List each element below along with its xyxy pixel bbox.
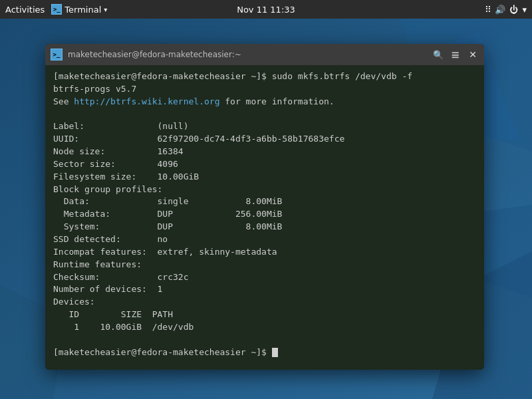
topbar-datetime: Nov 11 11:33 [237,5,295,15]
terminal-checksum: Checksum: crc32c [53,271,476,284]
topbar-left: Activities >_ Terminal ▾ [5,4,107,15]
terminal-tab-chevron: ▾ [104,6,107,13]
terminal-tab-icon: >_ [51,4,62,15]
chevron-icon[interactable]: ▾ [522,5,527,15]
terminal-incompat: Incompat features: extref, skinny-metada… [53,246,476,259]
titlebar-right[interactable]: 🔍 ≡ ✕ [432,49,479,61]
terminal-line-2: btrfs-progs v5.7 [53,83,476,96]
terminal-fs-size: Filesystem size: 10.00GiB [53,171,476,184]
terminal-uuid: UUID: 62f97200-dc74-4df3-a6bb-58b17683ef… [53,133,476,146]
terminal-runtime: Runtime features: [53,259,476,271]
terminal-devices-col: ID SIZE PATH [53,309,476,321]
terminal-metadata: Metadata: DUP 256.00MiB [53,208,476,221]
terminal-data: Data: single 8.00MiB [53,196,476,208]
terminal-label-1: Label: (null) [53,120,476,133]
terminal-prompt-final: [maketecheasier@fedora-maketecheasier ~]… [53,346,476,359]
titlebar-left: >_ maketecheasier@fedora-maketecheasier:… [51,49,241,61]
network-icon[interactable]: ⠿ [485,5,491,15]
terminal-blank-2 [53,334,476,346]
menu-button[interactable]: ≡ [450,49,462,61]
topbar-right: ⠿ 🔊 ⏻ ▾ [485,5,527,15]
power-icon[interactable]: ⏻ [509,5,518,15]
titlebar-app-icon: >_ [51,49,63,61]
topbar: Activities >_ Terminal ▾ Nov 11 11:33 ⠿ … [0,0,532,19]
terminal-url: http://btrfs.wiki.kernel.org [74,96,219,106]
terminal-titlebar: >_ maketecheasier@fedora-maketecheasier:… [45,44,484,65]
terminal-content[interactable]: [maketecheasier@fedora-maketecheasier ~]… [45,65,484,370]
search-button[interactable]: 🔍 [432,49,444,61]
close-button[interactable]: ✕ [467,49,479,61]
terminal-tab-label: Terminal [65,5,101,15]
terminal-ssd: SSD detected: no [53,233,476,246]
terminal-system: System: DUP 8.00MiB [53,221,476,233]
terminal-window: >_ maketecheasier@fedora-maketecheasier:… [45,44,484,370]
activities-button[interactable]: Activities [5,5,45,15]
terminal-line-3: See http://btrfs.wiki.kernel.org for mor… [53,96,476,108]
terminal-cursor [272,348,278,357]
terminal-sector-size: Sector size: 4096 [53,158,476,171]
terminal-devices-header: Devices: [53,296,476,309]
volume-icon[interactable]: 🔊 [495,5,505,15]
system-tray: ⠿ 🔊 ⏻ ▾ [485,5,527,15]
terminal-line-1: [maketecheasier@fedora-maketecheasier ~]… [53,70,476,83]
terminal-node-size: Node size: 16384 [53,146,476,158]
terminal-tab[interactable]: >_ Terminal ▾ [51,4,107,15]
terminal-bg-profiles: Block group profiles: [53,184,476,196]
terminal-num-devices: Number of devices: 1 [53,283,476,296]
terminal-blank-1 [53,108,476,121]
terminal-title: maketecheasier@fedora-maketecheasier:~ [68,50,241,59]
desktop: >_ maketecheasier@fedora-maketecheasier:… [0,19,532,399]
terminal-devices-row: 1 10.00GiB /dev/vdb [53,321,476,334]
